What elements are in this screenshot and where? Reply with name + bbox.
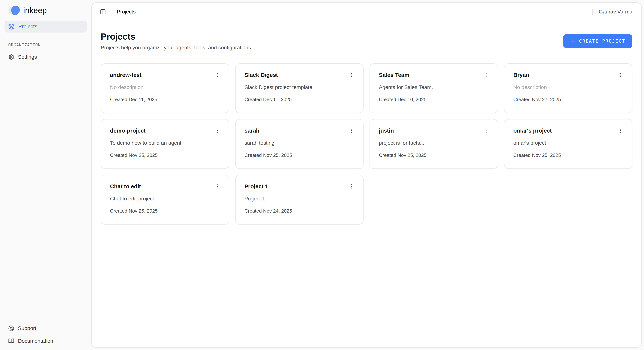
project-title: andrew-test — [110, 72, 142, 78]
header-divider — [592, 9, 593, 15]
project-title: demo-project — [110, 127, 146, 134]
card-menu-button[interactable] — [482, 127, 490, 135]
plus-icon — [570, 38, 576, 44]
project-card[interactable]: demo-project To demo how to build an age… — [101, 119, 229, 169]
project-title: Sales Team — [379, 72, 410, 78]
project-description: Slack Digest project template — [244, 84, 354, 90]
project-card-header: andrew-test — [110, 71, 220, 79]
life-buoy-icon — [8, 325, 14, 331]
card-menu-button[interactable] — [213, 182, 221, 191]
kebab-menu-icon — [214, 184, 220, 189]
inkeep-logo-icon — [8, 5, 20, 15]
kebab-menu-icon — [483, 128, 489, 133]
kebab-menu-icon — [214, 72, 220, 78]
project-created-date: Created Nov 25, 2025 — [379, 152, 489, 158]
project-card[interactable]: Chat to edit Chat to edit project Create… — [101, 175, 229, 225]
project-card[interactable]: andrew-test No description Created Dec 1… — [101, 63, 229, 113]
brand-wordmark: inkeep — [23, 6, 47, 15]
kebab-menu-icon — [214, 128, 220, 133]
project-description: No description — [110, 84, 220, 90]
project-card-header: Slack Digest — [244, 71, 354, 79]
user-menu[interactable]: Gaurav Varma — [599, 9, 632, 15]
header-divider — [112, 9, 112, 15]
gear-icon — [8, 54, 14, 60]
project-card-header: Project 1 — [244, 182, 354, 191]
project-card[interactable]: justin project is for facts... Created N… — [370, 119, 498, 169]
project-title: Chat to edit — [110, 183, 141, 190]
project-title: justin — [379, 127, 394, 134]
breadcrumb: Projects — [117, 9, 136, 15]
brand-logo[interactable]: inkeep — [8, 5, 47, 15]
create-project-label: CREATE PROJECT — [579, 38, 625, 44]
project-card[interactable]: Sales Team Agents for Sales Team. Create… — [370, 63, 498, 113]
project-created-date: Created Nov 27, 2025 — [514, 97, 623, 102]
sidebar-organization-group: Settings — [0, 47, 91, 63]
page-subtitle: Projects help you organize your agents, … — [101, 45, 252, 51]
project-card-header: sarah — [244, 127, 354, 135]
project-title: Bryan — [514, 72, 529, 78]
kebab-menu-icon — [349, 72, 354, 78]
project-description: Agents for Sales Team. — [379, 84, 489, 90]
card-menu-button[interactable] — [482, 71, 490, 79]
kebab-menu-icon — [349, 184, 354, 189]
project-card[interactable]: Project 1 Project 1 Created Nov 24, 2025 — [235, 175, 364, 225]
project-title: Project 1 — [244, 183, 268, 190]
sidebar-item-projects[interactable]: Projects — [4, 20, 87, 32]
card-menu-button[interactable] — [348, 127, 356, 135]
project-title: sarah — [244, 127, 260, 134]
project-card[interactable]: omar's project omar's project Created No… — [504, 119, 632, 169]
project-created-date: Created Nov 24, 2025 — [244, 208, 354, 214]
project-card-header: Chat to edit — [110, 182, 220, 191]
sidebar-toggle-button[interactable] — [98, 6, 108, 17]
project-card-header: demo-project — [110, 127, 220, 135]
kebab-menu-icon — [618, 128, 623, 133]
app-root: inkeep Projects ORGANIZATION Settings — [0, 0, 644, 350]
book-open-icon — [8, 338, 14, 344]
kebab-menu-icon — [618, 72, 623, 78]
project-created-date: Created Dec 10, 2025 — [379, 97, 489, 102]
project-description: Chat to edit project — [110, 196, 220, 202]
sidebar-item-label: Support — [18, 325, 36, 331]
page-content: Projects Projects help you organize your… — [92, 21, 642, 348]
project-title: Slack Digest — [244, 72, 278, 78]
page-header: Projects Projects help you organize your… — [101, 31, 632, 51]
card-menu-button[interactable] — [213, 127, 221, 135]
sidebar-footer: Support Documentation — [0, 322, 91, 350]
project-title: omar's project — [514, 127, 552, 134]
projects-grid: andrew-test No description Created Dec 1… — [101, 63, 632, 225]
card-menu-button[interactable] — [213, 71, 221, 79]
card-menu-button[interactable] — [616, 71, 624, 79]
sidebar-item-settings[interactable]: Settings — [4, 51, 87, 63]
main-panel: Projects Gaurav Varma Projects Projects … — [91, 2, 642, 348]
project-card[interactable]: Slack Digest Slack Digest project templa… — [235, 63, 364, 113]
card-menu-button[interactable] — [348, 182, 356, 191]
sidebar-item-label: Settings — [18, 54, 37, 60]
sidebar-item-label: Documentation — [18, 338, 53, 344]
project-card-header: Sales Team — [379, 71, 489, 79]
project-created-date: Created Nov 25, 2025 — [110, 208, 220, 214]
project-created-date: Created Dec 11, 2025 — [244, 97, 354, 102]
project-created-date: Created Nov 25, 2025 — [514, 152, 623, 158]
sidebar-item-support[interactable]: Support — [4, 322, 87, 334]
project-description: omar's project — [514, 140, 623, 146]
header-right: Gaurav Varma — [592, 9, 632, 15]
sidebar-nav: Projects — [0, 15, 91, 32]
project-card[interactable]: Bryan No description Created Nov 27, 202… — [504, 63, 632, 113]
project-description: No description — [514, 84, 623, 90]
project-created-date: Created Nov 25, 2025 — [244, 152, 354, 158]
project-card-header: justin — [379, 127, 489, 135]
sidebar-item-documentation[interactable]: Documentation — [4, 335, 87, 347]
card-menu-button[interactable] — [348, 71, 356, 79]
page-header-text: Projects Projects help you organize your… — [101, 31, 252, 51]
kebab-menu-icon — [483, 72, 489, 78]
project-card[interactable]: sarah sarah testing Created Nov 25, 2025 — [235, 119, 364, 169]
project-description: To demo how to build an agent — [110, 140, 220, 146]
card-menu-button[interactable] — [616, 127, 624, 135]
project-description: Project 1 — [244, 196, 354, 202]
sidebar-section-label: ORGANIZATION — [8, 43, 91, 47]
project-created-date: Created Nov 25, 2025 — [110, 152, 220, 158]
project-created-date: Created Dec 11, 2025 — [110, 97, 220, 102]
project-description: sarah testing — [244, 140, 354, 146]
create-project-button[interactable]: CREATE PROJECT — [563, 34, 632, 48]
project-description: project is for facts... — [379, 140, 489, 146]
